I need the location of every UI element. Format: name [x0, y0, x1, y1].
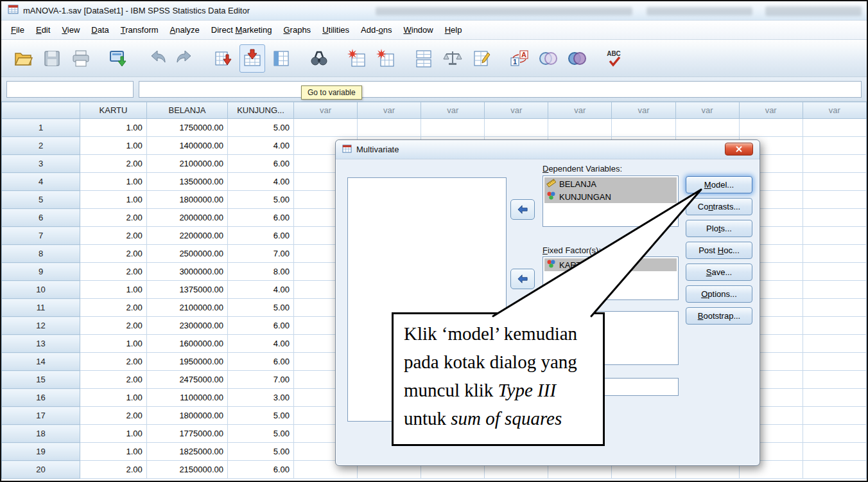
menu-transform[interactable]: Transform	[116, 22, 164, 38]
data-cell[interactable]: 1375000.00	[146, 281, 227, 299]
redo-icon[interactable]	[173, 44, 198, 73]
data-cell[interactable]: 2100000.00	[146, 299, 227, 317]
data-cell[interactable]: 2.00	[80, 209, 147, 227]
cell-value-editor[interactable]	[139, 81, 862, 98]
data-cell[interactable]: 5.00	[228, 407, 294, 425]
data-cell[interactable]: 4.00	[228, 281, 294, 299]
empty-cell[interactable]	[293, 119, 357, 137]
data-cell[interactable]: 7.00	[228, 371, 294, 389]
data-cell[interactable]: 2.00	[80, 263, 147, 281]
data-cell[interactable]: 1.00	[80, 389, 147, 407]
data-cell[interactable]: 2200000.00	[146, 227, 227, 245]
row-header[interactable]: 18	[2, 425, 80, 443]
goto-variable-icon[interactable]	[239, 44, 265, 73]
empty-cell[interactable]	[421, 119, 485, 137]
data-cell[interactable]: 6.00	[228, 209, 294, 227]
variables-icon[interactable]	[268, 44, 294, 73]
save-button[interactable]: Save...	[686, 263, 752, 281]
row-header[interactable]: 4	[2, 173, 80, 191]
empty-cell[interactable]	[803, 227, 866, 245]
data-cell[interactable]: 4.00	[228, 173, 294, 191]
data-cell[interactable]: 2475000.00	[146, 371, 227, 389]
data-cell[interactable]: 2.00	[80, 407, 147, 425]
menu-help[interactable]: Help	[440, 22, 467, 38]
move-to-dependent-button[interactable]	[510, 199, 535, 220]
undo-icon[interactable]	[144, 44, 169, 73]
data-cell[interactable]: 1100000.00	[146, 389, 227, 407]
column-header-kartu[interactable]: KARTU	[80, 102, 147, 119]
empty-cell[interactable]	[803, 281, 866, 299]
menu-edit[interactable]: Edit	[31, 22, 55, 38]
select-cases-icon[interactable]	[469, 44, 494, 73]
data-cell[interactable]: 8.00	[228, 263, 294, 281]
menu-direct-marketing[interactable]: Direct Marketing	[206, 22, 277, 38]
empty-cell[interactable]	[803, 209, 866, 227]
menu-file[interactable]: File	[6, 22, 30, 38]
data-cell[interactable]: 1.00	[80, 119, 147, 137]
row-header[interactable]: 15	[2, 371, 80, 389]
data-cell[interactable]: 2500000.00	[146, 245, 227, 263]
empty-cell[interactable]	[358, 119, 421, 137]
column-header-var[interactable]: var	[739, 102, 803, 119]
empty-cell[interactable]	[803, 425, 866, 443]
data-cell[interactable]: 1.00	[80, 425, 147, 443]
show-all-variables-icon[interactable]	[564, 44, 590, 73]
data-cell[interactable]: 5.00	[228, 191, 294, 209]
data-cell[interactable]: 3000000.00	[146, 263, 227, 281]
open-file-icon[interactable]	[10, 44, 36, 73]
data-cell[interactable]: 6.00	[228, 461, 294, 479]
data-cell[interactable]: 6.00	[228, 317, 294, 335]
variable-item-kartu[interactable]: KARTU	[544, 258, 677, 271]
menu-data[interactable]: Data	[86, 22, 114, 38]
data-cell[interactable]: 2.00	[80, 353, 147, 371]
contrasts-button[interactable]: Contrasts...	[686, 198, 752, 215]
data-cell[interactable]: 1.00	[80, 443, 147, 461]
data-cell[interactable]: 4.00	[228, 335, 294, 353]
empty-cell[interactable]	[803, 119, 866, 137]
fixed-factors-list[interactable]: KARTU	[542, 256, 679, 300]
post-hoc-button[interactable]: Post Hoc...	[686, 242, 752, 259]
row-header[interactable]: 1	[2, 119, 80, 137]
menu-view[interactable]: View	[56, 22, 85, 38]
use-variable-sets-icon[interactable]	[535, 44, 561, 73]
spell-check-icon[interactable]: ABC	[602, 44, 628, 73]
empty-cell[interactable]	[739, 119, 803, 137]
data-cell[interactable]: 1750000.00	[146, 119, 227, 137]
data-cell[interactable]: 2.00	[80, 245, 147, 263]
column-header-kunjung[interactable]: KUNJUNG...	[228, 102, 294, 119]
data-cell[interactable]: 1.00	[80, 173, 147, 191]
data-cell[interactable]: 2000000.00	[146, 209, 227, 227]
data-cell[interactable]: 5.00	[228, 425, 294, 443]
column-header-var[interactable]: var	[421, 102, 485, 119]
row-header[interactable]: 9	[2, 263, 80, 281]
data-cell[interactable]: 2.00	[80, 299, 147, 317]
save-icon[interactable]	[39, 44, 65, 73]
data-cell[interactable]: 2.00	[80, 371, 147, 389]
column-header-var[interactable]: var	[293, 102, 357, 119]
empty-cell[interactable]	[803, 155, 866, 173]
row-header[interactable]: 2	[2, 137, 80, 155]
menu-analyze[interactable]: Analyze	[165, 22, 205, 38]
row-header[interactable]: 7	[2, 227, 80, 245]
dependent-variables-list[interactable]: BELANJAKUNJUNGAN	[542, 175, 679, 227]
data-cell[interactable]: 1800000.00	[146, 191, 227, 209]
row-header[interactable]: 3	[2, 155, 80, 173]
data-cell[interactable]: 1.00	[80, 137, 147, 155]
data-cell[interactable]: 1825000.00	[146, 443, 227, 461]
data-cell[interactable]: 1350000.00	[146, 173, 227, 191]
data-cell[interactable]: 2.00	[80, 461, 147, 479]
row-header[interactable]: 6	[2, 209, 80, 227]
empty-cell[interactable]	[803, 299, 866, 317]
column-header-var[interactable]: var	[803, 102, 866, 119]
data-cell[interactable]: 2100000.00	[146, 155, 227, 173]
find-icon[interactable]	[306, 44, 332, 73]
menu-graphs[interactable]: Graphs	[278, 22, 316, 38]
data-cell[interactable]: 1800000.00	[146, 407, 227, 425]
empty-cell[interactable]	[675, 119, 739, 137]
row-header[interactable]: 10	[2, 281, 80, 299]
data-cell[interactable]: 3.00	[228, 389, 294, 407]
row-header[interactable]: 11	[2, 299, 80, 317]
model-button[interactable]: Model...	[686, 176, 752, 193]
row-header[interactable]: 16	[2, 389, 80, 407]
row-header[interactable]: 20	[2, 461, 80, 479]
